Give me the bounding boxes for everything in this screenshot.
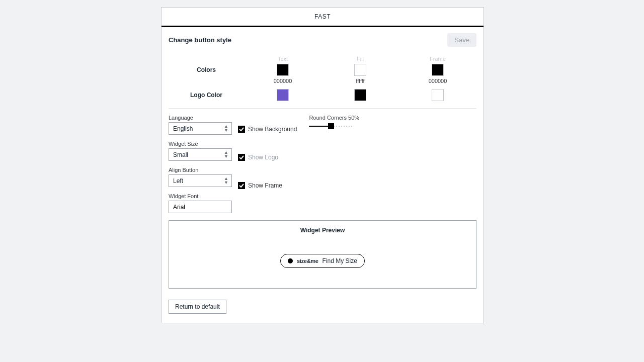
logo-color-swatch-2[interactable] bbox=[354, 89, 366, 101]
color-frame-hex: 000000 bbox=[429, 78, 447, 84]
logo-color-swatch-3[interactable] bbox=[432, 89, 444, 101]
color-text-label: Text bbox=[278, 56, 288, 62]
show-frame-label: Show Frame bbox=[248, 182, 282, 189]
show-background-checkbox[interactable] bbox=[238, 126, 245, 133]
slider-track-inactive bbox=[331, 126, 353, 127]
font-input[interactable] bbox=[169, 201, 232, 213]
align-select[interactable]: Left ▲ ▼ bbox=[169, 174, 232, 187]
align-label: Align Button bbox=[169, 167, 232, 173]
return-to-default-button[interactable]: Return to default bbox=[169, 300, 226, 314]
save-button[interactable]: Save bbox=[447, 33, 476, 47]
chevron-down-icon: ▼ bbox=[224, 128, 228, 133]
widget-preview-panel: Widget Preview size&me Find My Size bbox=[169, 220, 476, 289]
logo-icon bbox=[288, 258, 293, 263]
color-text-swatch[interactable] bbox=[277, 64, 289, 76]
tab-bar: FAST bbox=[162, 8, 484, 27]
show-logo-checkbox[interactable] bbox=[238, 154, 245, 161]
settings-card: FAST Change button style Save Colors Tex… bbox=[161, 7, 484, 323]
language-select[interactable]: English ▲ ▼ bbox=[169, 122, 232, 135]
color-fill-label: Fill bbox=[357, 56, 364, 62]
tab-fast[interactable]: FAST bbox=[314, 13, 331, 20]
color-frame-label: Frame bbox=[430, 56, 446, 62]
colors-label: Colors bbox=[169, 66, 244, 73]
check-icon bbox=[239, 127, 244, 132]
slider-thumb[interactable] bbox=[328, 123, 334, 129]
preview-widget-button[interactable]: size&me Find My Size bbox=[280, 254, 365, 268]
page-title: Change button style bbox=[169, 36, 231, 44]
check-icon bbox=[239, 155, 244, 160]
show-frame-checkbox[interactable] bbox=[238, 182, 245, 189]
widget-size-value: Small bbox=[173, 151, 188, 158]
align-value: Left bbox=[173, 177, 183, 185]
logo-text: size&me bbox=[297, 258, 318, 264]
color-frame-swatch[interactable] bbox=[432, 64, 444, 76]
color-fill-hex: ffffff bbox=[356, 78, 364, 84]
preview-button-label: Find My Size bbox=[323, 257, 357, 264]
divider bbox=[169, 108, 476, 109]
widget-size-select[interactable]: Small ▲ ▼ bbox=[169, 148, 232, 161]
round-corners-label: Round Corners 50% bbox=[309, 115, 359, 121]
logo-color-swatch-1[interactable] bbox=[277, 89, 289, 101]
logo-color-label: Logo Color bbox=[169, 92, 244, 99]
widget-size-label: Widget Size bbox=[169, 141, 232, 147]
check-icon bbox=[239, 183, 244, 188]
show-background-label: Show Background bbox=[248, 126, 297, 133]
language-value: English bbox=[173, 125, 193, 132]
font-label: Widget Font bbox=[169, 193, 232, 199]
chevron-down-icon: ▼ bbox=[224, 180, 228, 185]
color-fill-swatch[interactable] bbox=[354, 64, 366, 76]
language-label: Language bbox=[169, 115, 232, 121]
color-text-hex: 000000 bbox=[274, 78, 292, 84]
chevron-down-icon: ▼ bbox=[224, 154, 228, 159]
round-corners-slider[interactable] bbox=[309, 123, 353, 130]
widget-preview-title: Widget Preview bbox=[169, 227, 476, 234]
show-logo-label: Show Logo bbox=[248, 154, 278, 161]
